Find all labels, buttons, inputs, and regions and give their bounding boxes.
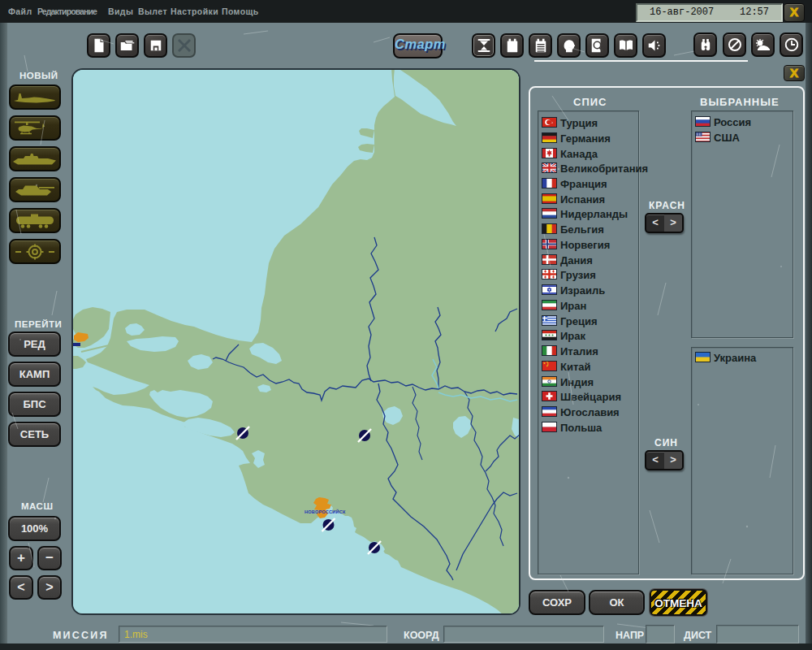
svg-text:НОВОРОССИЙСК: НОВОРОССИЙСК xyxy=(304,509,346,514)
